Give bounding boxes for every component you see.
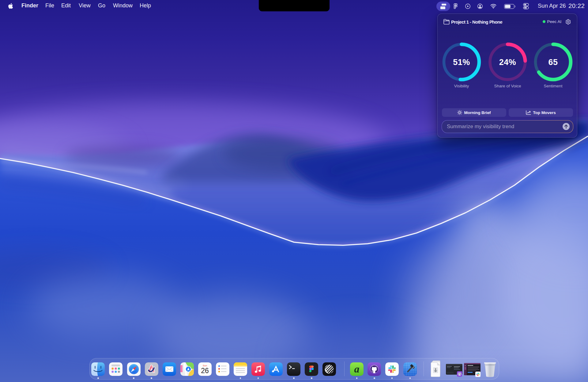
svg-text:a: a	[354, 363, 359, 375]
svg-text:26: 26	[201, 367, 209, 375]
